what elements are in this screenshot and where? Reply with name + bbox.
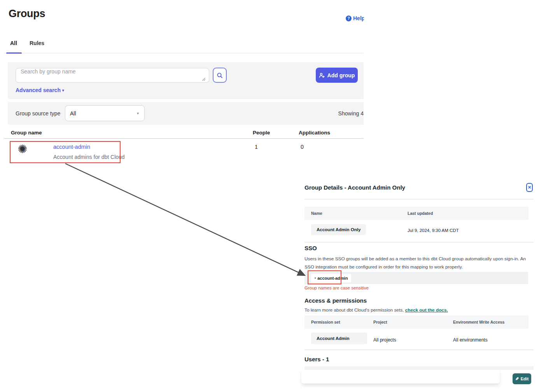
environment-value: All environments — [453, 337, 488, 343]
permissions-table-header: Permission set Project Environment Write… — [304, 315, 528, 329]
bullet-icon: • — [315, 276, 316, 280]
column-last-updated: Last updated — [408, 211, 433, 216]
description-text: To learn more about dbt Cloud's permissi… — [304, 307, 405, 313]
close-icon[interactable]: ✕ — [526, 183, 533, 192]
chevron-down-icon: ▾ — [137, 111, 139, 115]
group-icon: ✺ — [18, 143, 27, 155]
chevron-down-icon: ▾ — [62, 88, 64, 92]
tab-rules[interactable]: Rules — [30, 40, 44, 46]
column-applications: Applications — [299, 130, 330, 136]
column-permission-set: Permission set — [311, 320, 340, 324]
group-details-title: Group Details - Account Admin Only — [304, 184, 405, 191]
help-label: Help — [353, 15, 364, 21]
name-table-header: Name Last updated — [304, 207, 528, 220]
edit-label: Edit — [521, 376, 529, 381]
column-name: Name — [311, 211, 322, 216]
advanced-search-label: Advanced search — [16, 87, 61, 93]
project-value: All projects — [373, 337, 396, 343]
tab-bar: All Rules — [4, 39, 364, 53]
help-icon: ? — [346, 16, 352, 21]
help-link[interactable]: ? Help — [346, 15, 364, 21]
sso-groups-bar: •account-admin — [304, 272, 528, 284]
group-source-type-select[interactable]: All ▾ — [65, 105, 145, 121]
divider — [304, 350, 534, 350]
column-project: Project — [373, 320, 387, 324]
groups-table-header: Group name People Applications — [4, 128, 364, 139]
add-user-icon — [319, 73, 325, 78]
sticky-footer — [301, 370, 500, 383]
group-description: Account admins for dbt Cloud — [53, 154, 125, 160]
search-input[interactable] — [16, 68, 209, 83]
permissions-table-row: Account Admin All projects All environme… — [304, 329, 528, 349]
tab-all[interactable]: All — [10, 40, 17, 46]
edit-button[interactable]: ✎ Edit — [513, 373, 531, 384]
search-button[interactable] — [213, 68, 227, 83]
column-people: People — [253, 130, 270, 136]
column-environment-write-access: Environment Write Access — [453, 320, 504, 324]
filter-panel — [8, 102, 364, 125]
case-sensitive-warning: Group names are case sensitive — [304, 286, 369, 290]
name-table-row: Account Admin Only Jul 9, 2024, 9:30 AM … — [304, 220, 528, 240]
sso-description: Users in these SSO groups will be added … — [304, 255, 529, 271]
docs-link[interactable]: check out the docs. — [405, 307, 448, 313]
advanced-search-toggle[interactable]: Advanced search ▾ — [16, 87, 64, 93]
access-permissions-description: To learn more about dbt Cloud's permissi… — [304, 307, 448, 313]
sso-heading: SSO — [304, 245, 317, 251]
group-name-chip: Account Admin Only — [311, 224, 366, 235]
users-row-strip — [304, 366, 534, 370]
sso-group-tag[interactable]: •account-admin — [311, 274, 351, 282]
selected-option: All — [70, 110, 76, 117]
table-row[interactable]: ✺ account-admin Account admins for dbt C… — [4, 139, 364, 166]
sso-group-tag-label: account-admin — [317, 276, 348, 280]
page-title: Groups — [9, 8, 45, 20]
pencil-icon: ✎ — [515, 376, 519, 382]
permission-set-chip: Account Admin — [311, 333, 367, 344]
group-name-link[interactable]: account-admin — [53, 144, 90, 150]
users-heading: Users - 1 — [304, 356, 329, 362]
add-group-button[interactable]: Add group — [316, 68, 358, 83]
people-count: 1 — [255, 144, 258, 150]
screenshot-canvas: Groups ? Help All Rules Advanced search … — [0, 0, 539, 392]
showing-count: Showing 4 — [338, 110, 364, 117]
divider — [304, 199, 534, 199]
search-icon — [217, 72, 223, 78]
last-updated-value: Jul 9, 2024, 9:30 AM CDT — [408, 228, 459, 233]
applications-count: 0 — [301, 144, 304, 150]
divider — [304, 242, 534, 242]
column-group-name: Group name — [11, 130, 42, 136]
active-tab-underline — [6, 52, 22, 54]
add-group-label: Add group — [327, 72, 355, 78]
group-source-type-label: Group source type — [16, 110, 60, 117]
access-permissions-heading: Access & permissions — [304, 297, 367, 304]
